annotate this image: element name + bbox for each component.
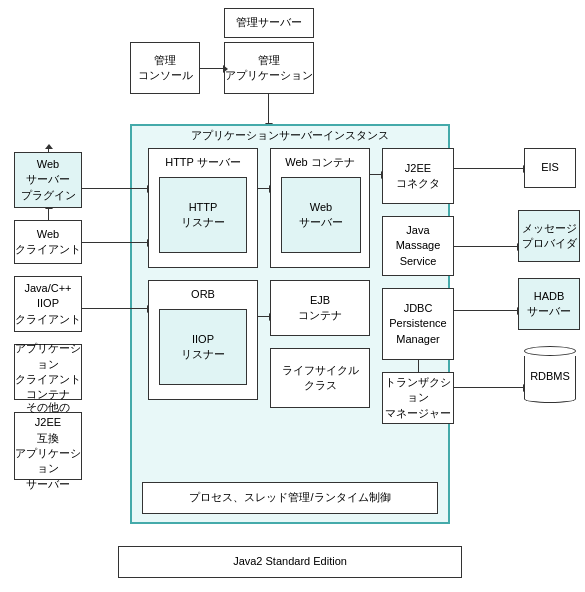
eis-box: EIS — [524, 148, 576, 188]
arrow-client-to-plugin — [48, 208, 49, 220]
management-app-box: 管理 アプリケーション — [224, 42, 314, 94]
java2-se-box: Java2 Standard Edition — [118, 546, 462, 578]
transaction-manager-box: トランザクション マネージャー — [382, 372, 454, 424]
app-client-container-box: アプリケーション クライアント コンテナ — [14, 344, 82, 400]
hadb-server-box: HADB サーバー — [518, 278, 580, 330]
process-thread-box: プロセス、スレッド管理/ランタイム制御 — [142, 482, 438, 514]
cylinder-body: RDBMS — [524, 356, 576, 396]
web-client-box: Web クライアント — [14, 220, 82, 264]
message-provider-box: メッセージ プロバイダ — [518, 210, 580, 262]
http-listener-box: HTTP リスナー — [159, 177, 247, 253]
arrow-webclient-to-http — [82, 242, 148, 243]
web-server-plugin-box: Web サーバー プラグイン — [14, 152, 82, 208]
arrow-jdbc-to-hadb — [454, 310, 518, 311]
app-server-instance-label: アプリケーションサーバーインスタンス — [150, 128, 430, 143]
iiop-listener-box: IIOP リスナー — [159, 309, 247, 385]
arrow-http-to-web — [258, 188, 270, 189]
arrow-console-to-app — [200, 68, 224, 69]
arrow-plugin-to-http — [82, 188, 148, 189]
other-j2ee-box: その他の J2EE 互換 アプリケーション サーバー — [14, 412, 82, 480]
management-console-box: 管理 コンソール — [130, 42, 200, 94]
management-server-label: 管理サーバー — [224, 8, 314, 38]
lifecycle-class-box: ライフサイクル クラス — [270, 348, 370, 408]
arrow-web-to-j2ee — [370, 174, 382, 175]
cylinder-top — [524, 346, 576, 356]
orb-box: ORB IIOP リスナー — [148, 280, 258, 400]
java-massage-service-box: Java Massage Service — [382, 216, 454, 276]
ejb-container-box: EJB コンテナ — [270, 280, 370, 336]
rdbms-cylinder: RDBMS — [524, 346, 576, 403]
arrow-iiop-to-ejb — [258, 316, 270, 317]
architecture-diagram: 管理サーバー 管理 アプリケーション 管理 コンソール アプリケーションサーバー… — [0, 0, 585, 592]
web-container-box: Web コンテナ Web サーバー — [270, 148, 370, 268]
arrow-javacpp-to-orb — [82, 308, 148, 309]
http-server-box: HTTP サーバー HTTP リスナー — [148, 148, 258, 268]
arrow-jms-to-msg — [454, 246, 518, 247]
cylinder-bottom-cap — [524, 395, 576, 403]
java-cpp-iiop-box: Java/C++ IIOP クライアント — [14, 276, 82, 332]
web-server-box: Web サーバー — [281, 177, 361, 253]
j2ee-connector-box: J2EE コネクタ — [382, 148, 454, 204]
arrow-j2ee-to-eis — [454, 168, 524, 169]
jdbc-persistence-box: JDBC Persistence Manager — [382, 288, 454, 360]
arrow-mgmt-down — [268, 94, 269, 124]
